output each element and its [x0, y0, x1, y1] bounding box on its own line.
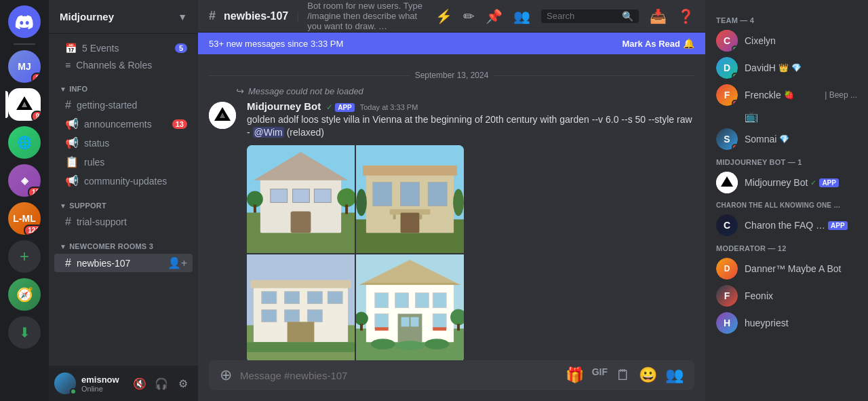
channel-rules[interactable]: 📋 rules — [54, 153, 193, 171]
status-dot-somnai — [732, 144, 738, 150]
member-somnai[interactable]: S Somnai 💎 — [711, 126, 863, 153]
svg-rect-46 — [375, 292, 389, 307]
frenckle-sub: 📺 — [711, 109, 863, 126]
villa-image-1[interactable] — [247, 145, 355, 253]
hash-icon-2: # — [65, 216, 71, 228]
member-category-charon: CHARON THE ALL KNOWING ONE … — [711, 196, 863, 212]
deafen-button[interactable]: 🎧 — [152, 374, 171, 393]
member-charon[interactable]: C Charon the FAQ … APP — [711, 212, 863, 239]
roles-icon: ≡ — [65, 60, 71, 71]
user-controls: 🔇 🎧 ⚙ — [130, 374, 193, 393]
header-icons: ⚡ ✏ 📌 👥 🔍 📥 ❓ — [435, 8, 694, 24]
villa-image-4[interactable] — [356, 254, 464, 361]
gift-icon[interactable]: 🎁 — [566, 366, 584, 384]
svg-rect-8 — [291, 211, 311, 233]
svg-rect-17 — [401, 182, 420, 206]
svg-rect-39 — [288, 322, 315, 342]
member-hueypriest[interactable]: H hueypriest — [711, 309, 863, 337]
member-mjbot[interactable]: Midjourney Bot ✓ APP — [711, 169, 863, 196]
member-frenckle[interactable]: F Frenckle 🍓 | Beep ... — [711, 81, 863, 109]
add-member-icon[interactable]: 👤+ — [167, 256, 187, 269]
channel-status[interactable]: 📢 status — [54, 134, 193, 152]
server-header[interactable]: Midjourney ▼ — [49, 0, 198, 34]
apps-icon[interactable]: 👥 — [665, 366, 684, 384]
server-icon-midjourney[interactable]: 9 — [8, 88, 41, 121]
help-header-icon[interactable]: ❓ — [677, 8, 694, 24]
search-bar[interactable]: 🔍 — [541, 9, 639, 23]
channel-community-updates[interactable]: 📢 community-updates — [54, 172, 193, 190]
new-messages-banner[interactable]: 53+ new messages since 3:33 PM Mark As R… — [198, 33, 705, 54]
frenckle-sub-icon: 📺 — [745, 111, 758, 122]
add-attachment-icon[interactable]: ⊕ — [220, 366, 232, 384]
mjbot-app-badge: APP — [819, 178, 839, 187]
frenckle-extra: | Beep ... — [825, 90, 857, 100]
pencil-header-icon[interactable]: ✏ — [463, 8, 475, 24]
villa-image-3[interactable] — [247, 254, 355, 361]
events-item[interactable]: 📅 5 Events 5 — [54, 40, 193, 56]
member-feonix[interactable]: F Feonix — [711, 282, 863, 309]
add-server-button[interactable]: + — [8, 240, 41, 273]
channel-newbies-107[interactable]: # newbies-107 👤+ — [54, 254, 193, 272]
user-name: emisnow — [81, 375, 125, 385]
svg-rect-53 — [401, 317, 410, 326]
charon-app-badge: APP — [828, 221, 848, 230]
member-category-moderator: MODERATOR — 12 — [711, 239, 863, 255]
server-icon-1[interactable]: MJ 2 — [8, 50, 41, 83]
svg-rect-40 — [247, 342, 355, 352]
message-mention[interactable]: @Wim — [253, 127, 284, 138]
events-badge: 5 — [175, 43, 187, 53]
messages-area[interactable]: September 13, 2024 ↩ Message could not b… — [198, 54, 705, 360]
member-name-somnai: Somnai 💎 — [745, 134, 857, 145]
mark-as-read-label: Mark As Read — [623, 39, 681, 49]
svg-rect-56 — [433, 327, 446, 330]
message-container: Midjourney Bot ✓ APP Today at 3:33 PM go… — [198, 99, 705, 360]
svg-rect-12 — [345, 204, 348, 214]
category-newcomer[interactable]: ▼ NEWCOMER ROOMS 3 — [49, 231, 198, 253]
member-davidh[interactable]: D DavidH 👑💎 — [711, 54, 863, 81]
inbox-header-icon[interactable]: 📥 — [650, 8, 667, 24]
pin-header-icon[interactable]: 📌 — [486, 8, 502, 24]
server-icon-4[interactable]: ◈ 13 — [8, 164, 41, 197]
megaphone-icon-3: 📢 — [65, 174, 79, 187]
member-cixelyn[interactable]: C Cixelyn — [711, 27, 863, 54]
svg-rect-36 — [262, 309, 277, 322]
server-icon-3[interactable]: 🌐 — [8, 126, 41, 159]
svg-rect-60 — [457, 324, 460, 330]
channel-getting-started[interactable]: # getting-started — [54, 96, 193, 114]
member-danner[interactable]: D Danner™ Maybe A Bot — [711, 255, 863, 282]
category-info[interactable]: ▼ INFO — [49, 74, 198, 96]
svg-rect-5 — [271, 189, 288, 202]
mark-as-read-button[interactable]: Mark As Read 🔔 — [623, 38, 695, 49]
svg-rect-33 — [285, 291, 300, 303]
user-settings-button[interactable]: ⚙ — [174, 374, 193, 393]
verified-checkmark-icon: ✓ — [326, 102, 333, 112]
channel-announcements[interactable]: 📢 announcements 13 — [54, 115, 193, 133]
message-badges: ✓ APP — [326, 102, 355, 112]
channel-section: 📅 5 Events 5 ≡ Channels & Roles ▼ INFO #… — [49, 34, 198, 366]
user-status: Online — [81, 385, 125, 393]
villa-image-2[interactable] — [356, 145, 464, 253]
channels-roles-item[interactable]: ≡ Channels & Roles — [54, 57, 193, 73]
mute-button[interactable]: 🔇 — [130, 374, 149, 393]
bolt-header-icon[interactable]: ⚡ — [435, 8, 452, 24]
svg-rect-32 — [262, 291, 277, 303]
message-input-field[interactable] — [240, 370, 557, 381]
members-header-icon[interactable]: 👥 — [513, 8, 530, 24]
search-input[interactable] — [547, 11, 619, 21]
gif-icon[interactable]: GIF — [592, 366, 608, 384]
server-icon-5[interactable]: L-ML 121 — [8, 202, 41, 235]
sticker-icon[interactable]: 🗒 — [616, 366, 631, 384]
category-arrow-info: ▼ — [60, 85, 66, 93]
image-grid[interactable] — [247, 145, 464, 361]
category-support[interactable]: ▼ SUPPORT — [49, 191, 198, 212]
user-avatar — [54, 373, 76, 394]
channel-trial-support[interactable]: # trial-support — [54, 213, 193, 231]
svg-point-61 — [371, 339, 395, 349]
davidh-crown-icon: 👑 — [778, 63, 789, 73]
server-download-button[interactable]: ⬇ — [8, 316, 41, 349]
server-icon-home[interactable] — [8, 5, 41, 38]
message-relaxed: (relaxed) — [287, 127, 324, 138]
emoji-icon[interactable]: 😀 — [639, 366, 657, 384]
server-discover-button[interactable]: 🧭 — [8, 278, 41, 311]
channel-name-rules: rules — [84, 157, 104, 168]
